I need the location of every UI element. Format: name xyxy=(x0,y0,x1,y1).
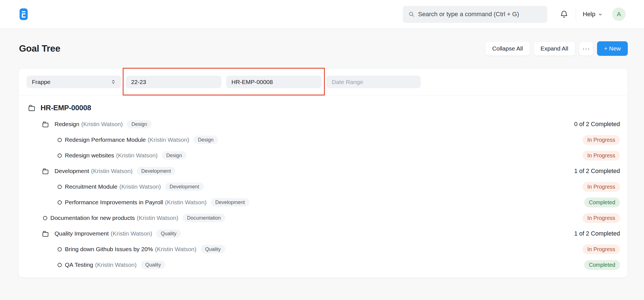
goal-tag: Design xyxy=(127,120,151,128)
status-badge: Completed xyxy=(584,198,620,207)
circle-icon xyxy=(58,153,62,158)
circle-icon xyxy=(58,185,62,189)
status-badge: Completed xyxy=(584,260,620,270)
goal-owner: (Kristin Watson) xyxy=(111,230,152,237)
tree-row[interactable]: Bring down Github Issues by 20% (Kristin… xyxy=(18,241,628,257)
folder-icon xyxy=(42,167,49,175)
navbar-divider xyxy=(576,8,576,21)
tree-row[interactable]: Redesign websites (Kristin Watson) Desig… xyxy=(18,148,628,163)
page-header: Goal Tree Collapse All Expand All ··· + … xyxy=(0,29,644,68)
folder-icon xyxy=(28,104,36,112)
bell-icon xyxy=(560,10,568,18)
goal-label: Redesign Performance Module xyxy=(65,136,146,143)
status-badge: In Progress xyxy=(583,182,620,192)
tree-row-root[interactable]: HR-EMP-00008 xyxy=(18,99,628,116)
goal-tree-card: Frappe HR-EMP-00008 Redesign xyxy=(18,68,628,278)
date-range-input[interactable] xyxy=(326,76,421,88)
goal-tag: Development xyxy=(211,198,249,207)
chevron-down-icon xyxy=(598,12,603,17)
avatar[interactable]: A xyxy=(612,8,626,21)
completion-count: 1 of 2 Completed xyxy=(574,230,620,237)
help-menu[interactable]: Help xyxy=(583,11,603,18)
goal-tag: Quality xyxy=(201,245,225,253)
tree-row[interactable]: Recruitment Module (Kristin Watson) Deve… xyxy=(18,179,628,195)
search-input[interactable] xyxy=(418,11,542,18)
tree-row[interactable]: Redesign (Kristin Watson) Design 0 of 2 … xyxy=(18,116,628,132)
app-logo-icon[interactable] xyxy=(20,8,28,20)
cycle-input[interactable] xyxy=(126,76,221,88)
goal-label: Quality Improvement xyxy=(55,230,109,237)
ellipsis-icon: ··· xyxy=(582,45,590,52)
goal-owner: (Kristin Watson) xyxy=(165,199,207,206)
goal-label: Development xyxy=(55,168,89,174)
new-button[interactable]: + New xyxy=(597,41,628,56)
navbar: Help A xyxy=(0,0,644,29)
circle-icon xyxy=(58,263,62,267)
goal-tag: Design xyxy=(193,136,218,144)
goal-tag: Design xyxy=(162,151,186,160)
goal-tag: Documentation xyxy=(183,214,225,222)
circle-icon xyxy=(58,138,62,142)
goal-owner: (Kristin Watson) xyxy=(119,183,161,190)
circle-icon xyxy=(58,200,62,205)
tree-row[interactable]: Development (Kristin Watson) Development… xyxy=(18,163,628,179)
search-icon xyxy=(408,11,415,17)
goal-label: Redesign xyxy=(55,121,79,128)
collapse-all-button[interactable]: Collapse All xyxy=(485,41,530,56)
chevrons-up-down-icon xyxy=(111,80,116,84)
tree-row[interactable]: Performance Improvements in Payroll (Kri… xyxy=(18,195,628,210)
status-badge: In Progress xyxy=(583,135,620,145)
avatar-letter: A xyxy=(617,11,621,18)
page-title: Goal Tree xyxy=(19,43,485,54)
goal-owner: (Kristin Watson) xyxy=(148,136,190,143)
folder-icon xyxy=(42,230,49,237)
header-actions: Collapse All Expand All ··· + New xyxy=(485,41,628,56)
completion-count: 0 of 2 Completed xyxy=(574,121,620,128)
more-options-button[interactable]: ··· xyxy=(579,41,593,56)
goal-owner: (Kristin Watson) xyxy=(81,121,123,128)
goal-tree: HR-EMP-00008 Redesign (Kristin Watson) D… xyxy=(18,96,628,273)
goal-owner: (Kristin Watson) xyxy=(116,152,158,159)
goal-owner: (Kristin Watson) xyxy=(95,261,137,268)
goal-label: Recruitment Module xyxy=(65,183,117,190)
goal-tag: Development xyxy=(137,167,175,175)
goal-label: Documentation for new products xyxy=(50,215,135,221)
status-badge: In Progress xyxy=(583,213,620,223)
root-label: HR-EMP-00008 xyxy=(41,104,91,112)
help-label: Help xyxy=(583,11,595,18)
goal-owner: (Kristin Watson) xyxy=(155,246,196,253)
goal-label: Performance Improvements in Payroll xyxy=(65,199,163,206)
company-select[interactable]: Frappe xyxy=(27,76,121,88)
status-badge: In Progress xyxy=(583,151,620,160)
filter-bar: Frappe xyxy=(18,68,628,96)
goal-tag: Development xyxy=(165,183,204,191)
tree-row[interactable]: QA Testing (Kristin Watson) Quality Comp… xyxy=(18,257,628,273)
notifications-button[interactable] xyxy=(558,10,570,18)
folder-icon xyxy=(42,121,49,128)
status-badge: In Progress xyxy=(583,244,620,254)
circle-icon xyxy=(58,247,62,251)
employee-input[interactable] xyxy=(226,76,322,88)
tree-row[interactable]: Documentation for new products (Kristin … xyxy=(18,210,628,226)
circle-icon xyxy=(43,216,47,220)
tree-row[interactable]: Quality Improvement (Kristin Watson) Qua… xyxy=(18,226,628,241)
goal-tag: Quality xyxy=(141,261,165,269)
goal-owner: (Kristin Watson) xyxy=(137,215,178,221)
goal-owner: (Kristin Watson) xyxy=(91,168,133,174)
goal-label: QA Testing xyxy=(65,261,93,268)
tree-row[interactable]: Redesign Performance Module (Kristin Wat… xyxy=(18,132,628,148)
global-search[interactable] xyxy=(403,6,547,23)
company-select-value: Frappe xyxy=(32,79,51,85)
expand-all-button[interactable]: Expand All xyxy=(534,41,575,56)
goal-label: Bring down Github Issues by 20% xyxy=(65,246,153,253)
goal-tag: Quality xyxy=(156,229,181,238)
goal-label: Redesign websites xyxy=(65,152,114,159)
completion-count: 1 of 2 Completed xyxy=(574,168,620,175)
